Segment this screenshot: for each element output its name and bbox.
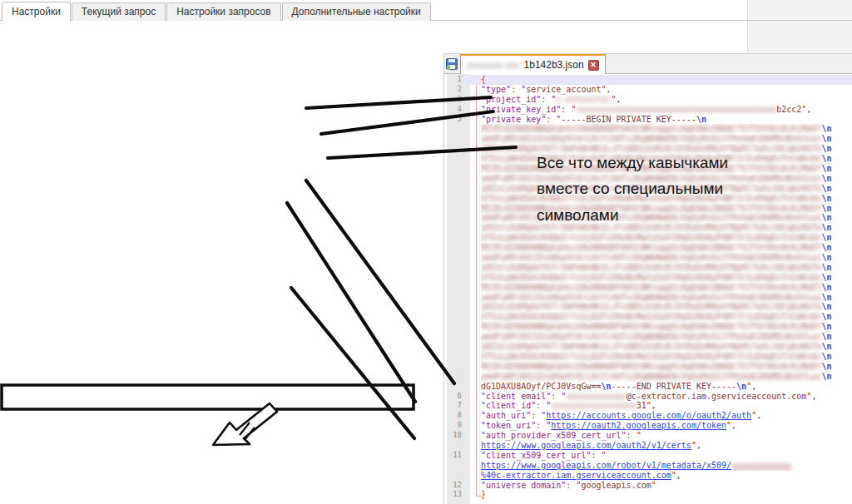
fold-margin — [466, 184, 481, 194]
code-line[interactable]: 2"type": "service_account", — [447, 85, 852, 95]
code-line[interactable]: wmdFuRPcKXJZnoQhpVtArL0sYi4dTx2KgWbNmE8c… — [447, 372, 852, 382]
line-number: 6 — [447, 392, 466, 402]
fold-margin — [466, 461, 481, 471]
line-number: 9 — [447, 421, 466, 431]
line-number — [447, 312, 466, 322]
line-number: 8 — [447, 411, 466, 421]
code-line[interactable]: dG1DAXU8AOyf/PCJ0VsqGw==\n-----END PRIVA… — [447, 382, 852, 392]
tab-текущий-запрос[interactable]: Текущий запрос — [72, 2, 166, 21]
fold-margin — [466, 411, 481, 421]
code-text: MIIEvQIBADANBgkqhkiG9w0BAQEFAASCBKcwggSj… — [481, 283, 852, 293]
code-line[interactable]: 9"token_uri": "https://oauth2.googleapis… — [447, 421, 852, 431]
fold-margin — [466, 471, 481, 481]
code-line[interactable]: hT5vLpWnEbXcKdQmZrYsGjA2FiU9oNxMwCeSaVtH… — [447, 312, 852, 322]
code-text: wmdFuRPcKXJZnoQhpVtArL0sYi4dTx2KgWbNmE8c… — [481, 134, 852, 144]
code-text: hT5vLpWnEbXcKdQmZrYsGjA2FiU9oNxMwCeSaVtH… — [481, 233, 852, 243]
line-number — [447, 243, 466, 253]
editor-file-tab[interactable]: xxxxxxxx xxx 1b142b3.json ✕ — [460, 54, 606, 74]
app-window: НастройкиТекущий запросНастройки запросо… — [0, 0, 852, 504]
editor-code-lines[interactable]: 1{2"type": "service_account",3"project_i… — [447, 75, 852, 500]
code-text: wmdFuRPcKXJZnoQhpVtArL0sYi4dTx2KgWbNmE8c… — [481, 253, 852, 263]
line-number — [447, 362, 466, 372]
fold-margin — [466, 243, 481, 253]
line-number — [447, 342, 466, 352]
code-line[interactable]: 8"auth_uri": "https://accounts.google.co… — [447, 411, 852, 421]
line-number: 11 — [447, 451, 466, 461]
fold-margin — [466, 223, 481, 233]
fold-margin — [466, 293, 481, 303]
code-text: } — [481, 490, 852, 500]
fold-margin — [466, 421, 481, 431]
code-text: "private_key": "-----BEGIN PRIVATE KEY--… — [481, 115, 852, 125]
tab-настройки-запросов[interactable]: Настройки запросов — [166, 2, 280, 21]
code-line[interactable]: 7"client_id": "xxxxxxxxxxxxxxxxx31", — [447, 401, 852, 411]
fold-margin — [466, 481, 481, 491]
line-number — [447, 184, 466, 194]
code-line[interactable]: 6"client_email": "xxxxxxxxxxxx@c-extract… — [447, 392, 852, 402]
fold-margin — [466, 273, 481, 283]
code-line[interactable]: wmdFuRPcKXJZnoQhpVtArL0sYi4dTx2KgWbNmE8c… — [447, 332, 852, 342]
line-number: 3 — [447, 95, 466, 105]
line-number — [447, 213, 466, 223]
line-number — [447, 233, 466, 243]
code-line[interactable]: MIIEvQIBADANBgkqhkiG9w0BAQEFAASCBKcwggSj… — [447, 362, 852, 372]
editor-tabbar: xxxxxxxx xxx 1b142b3.json ✕ — [444, 54, 852, 74]
fold-margin — [466, 194, 481, 204]
fold-margin — [466, 322, 481, 332]
close-icon[interactable]: ✕ — [588, 60, 599, 71]
save-icon[interactable] — [446, 58, 458, 70]
tab-дополнительные-настройки[interactable]: Дополнительные настройки — [282, 2, 431, 21]
code-line[interactable]: q9ZxCuSdHgAoYkTr3mPeWvNb1LiFsQ8DjUzKxEcO… — [447, 342, 852, 352]
code-line[interactable]: https://www.googleapis.com/robot/v1/meta… — [447, 461, 852, 471]
code-line[interactable]: 12"universe_domain": "googleapis.com" — [447, 481, 852, 491]
fold-margin — [466, 154, 481, 164]
fold-margin — [466, 85, 481, 95]
line-number — [447, 194, 466, 204]
editor-body[interactable]: – 1{2"type": "service_account",3"project… — [444, 74, 852, 504]
code-line[interactable]: MIIEvQIBADANBgkqhkiG9w0BAQEFAASCBKcwggSj… — [447, 283, 852, 293]
code-text: q9ZxCuSdHgAoYkTr3mPeWvNb1LiFsQ8DjUzKxEcO… — [481, 302, 852, 312]
code-line[interactable]: hT5vLpWnEbXcKdQmZrYsGjA2FiU9oNxMwCeSaVtH… — [447, 352, 852, 362]
code-text: hT5vLpWnEbXcKdQmZrYsGjA2FiU9oNxMwCeSaVtH… — [481, 312, 852, 322]
fold-margin — [466, 382, 481, 392]
code-line[interactable]: 1{ — [447, 75, 852, 85]
code-text: %40c-extractor.iam.gserviceaccount.com", — [481, 471, 852, 481]
code-line[interactable]: hT5vLpWnEbXcKdQmZrYsGjA2FiU9oNxMwCeSaVtH… — [447, 233, 852, 243]
code-line[interactable]: wmdFuRPcKXJZnoQhpVtArL0sYi4dTx2KgWbNmE8c… — [447, 253, 852, 263]
fold-margin — [466, 302, 481, 312]
code-line[interactable]: wmdFuRPcKXJZnoQhpVtArL0sYi4dTx2KgWbNmE8c… — [447, 134, 852, 144]
code-line[interactable]: 13} — [447, 490, 852, 500]
tab-настройки[interactable]: Настройки — [2, 2, 71, 21]
code-text: "client_id": "xxxxxxxxxxxxxxxxx31", — [481, 401, 852, 411]
code-text: "project_id": "c-xxtxxctxr", — [481, 95, 852, 105]
code-line[interactable]: MIIEvQIBADANBgkqhkiG9w0BAQEFAASCBKcwggSj… — [447, 243, 852, 253]
code-text: "client_x509_cert_url": " — [481, 451, 852, 461]
code-text: MIIEvQIBADANBgkqhkiG9w0BAQEFAASCBKcwggSj… — [481, 362, 852, 372]
line-number: 2 — [447, 85, 466, 95]
code-line[interactable]: 5"private_key": "-----BEGIN PRIVATE KEY-… — [447, 115, 852, 125]
annotation-note: Все что между кавычками вместе со специа… — [537, 150, 746, 228]
code-line[interactable]: q9ZxCuSdHgAoYkTr3mPeWvNb1LiFsQ8DjUzKxEcO… — [447, 302, 852, 312]
code-text: wmdFuRPcKXJZnoQhpVtArL0sYi4dTx2KgWbNmE8c… — [481, 332, 852, 342]
code-text: "universe_domain": "googleapis.com" — [481, 481, 852, 491]
code-line[interactable]: 10"auth_provider_x509_cert_url": " — [447, 431, 852, 441]
code-line[interactable]: wmdFuRPcKXJZnoQhpVtArL0sYi4dTx2KgWbNmE8c… — [447, 293, 852, 303]
code-line[interactable]: MIIEvQIBADANBgkqhkiG9w0BAQEFAASCBKcwggSj… — [447, 322, 852, 332]
code-line[interactable]: hT5vLpWnEbXcKdQmZrYsGjA2FiU9oNxMwCeSaVtH… — [447, 273, 852, 283]
code-line[interactable]: %40c-extractor.iam.gserviceaccount.com", — [447, 471, 852, 481]
code-line[interactable]: MIIEvQIBADANBgkqhkiG9w0BAQEFAASCBKcwggSj… — [447, 124, 852, 134]
code-line[interactable]: q9ZxCuSdHgAoYkTr3mPeWvNb1LiFsQ8DjUzKxEcO… — [447, 263, 852, 273]
code-line[interactable]: 4"private_key_id": "xxxxxxxxxxxxxxxxxxxx… — [447, 105, 852, 115]
line-number — [447, 332, 466, 342]
code-text: "client_email": "xxxxxxxxxxxx@c-extracto… — [481, 392, 852, 402]
line-number — [447, 461, 466, 471]
code-text: "token_uri": "https://oauth2.googleapis.… — [481, 421, 852, 431]
code-line[interactable]: https://www.googleapis.com/oauth2/v1/cer… — [447, 441, 852, 451]
code-line[interactable]: 11"client_x509_cert_url": " — [447, 451, 852, 461]
code-text: q9ZxCuSdHgAoYkTr3mPeWvNb1LiFsQ8DjUzKxEcO… — [481, 342, 852, 352]
fold-margin — [466, 253, 481, 263]
fold-margin — [466, 372, 481, 382]
line-number — [447, 263, 466, 273]
fold-margin — [466, 164, 481, 174]
code-line[interactable]: 3"project_id": "c-xxtxxctxr", — [447, 95, 852, 105]
